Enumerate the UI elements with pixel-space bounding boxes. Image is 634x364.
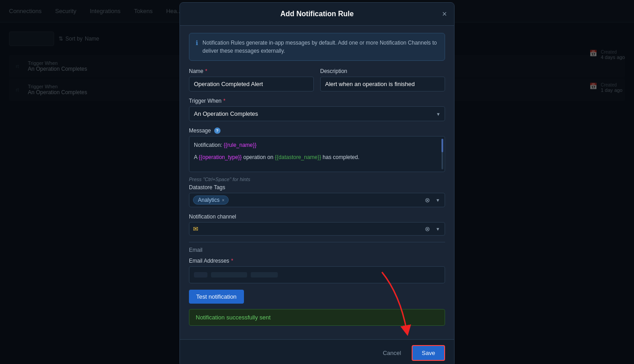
modal-header: Add Notification Rule × — [180, 3, 454, 26]
email-blob-1 — [194, 272, 207, 278]
info-banner: ℹ Notification Rules generate in-app mes… — [189, 33, 445, 61]
email-addresses-input[interactable] — [189, 266, 445, 283]
email-addresses-group: Email Addresses * — [189, 258, 445, 283]
notification-channel-label: Notification channel — [189, 214, 445, 220]
message-label: Message ? — [189, 127, 445, 134]
close-button[interactable]: × — [442, 10, 447, 18]
cancel-button[interactable]: Cancel — [377, 346, 407, 360]
success-banner: Notification successfully sent — [189, 309, 445, 326]
name-label: Name * — [189, 68, 314, 74]
message-line-2: A {{operation_type}} operation on {{data… — [194, 153, 440, 162]
scrollbar-thumb — [441, 139, 443, 152]
email-divider — [189, 242, 445, 242]
info-text: Notification Rules generate in-app messa… — [202, 39, 438, 55]
modal-footer: Cancel Save — [180, 339, 454, 364]
datastore-tags-input[interactable]: Analytics × ⊗ ▼ — [189, 193, 445, 207]
analytics-tag: Analytics × — [193, 196, 229, 205]
success-text: Notification successfully sent — [196, 314, 271, 321]
trigger-select-wrapper: An Operation Completes ▼ — [189, 106, 445, 121]
datastore-tags-group: Datastore Tags Analytics × ⊗ ▼ — [189, 184, 445, 207]
add-notification-modal: Add Notification Rule × ℹ Notification R… — [179, 2, 455, 364]
channel-dropdown-icon[interactable]: ▼ — [436, 227, 440, 232]
name-group: Name * — [189, 68, 314, 91]
name-input[interactable] — [189, 77, 314, 91]
description-label: Description — [320, 68, 445, 74]
trigger-group: Trigger When * An Operation Completes ▼ — [189, 98, 445, 121]
message-line-1: Notification: {{rule_name}} — [194, 141, 440, 150]
email-channel-icon: ✉ — [193, 225, 198, 232]
tags-clear-icon[interactable]: ⊗ — [425, 196, 430, 204]
test-notification-button[interactable]: Test notification — [189, 290, 244, 304]
analytics-tag-label: Analytics — [198, 197, 220, 203]
name-description-row: Name * Description — [189, 68, 445, 91]
message-group: Message ? Notification: {{rule_name}} A … — [189, 127, 445, 182]
email-blob-2 — [211, 272, 247, 278]
notification-channel-input[interactable]: ✉ ⊗ ▼ — [189, 222, 445, 236]
datastore-tags-label: Datastore Tags — [189, 184, 445, 191]
email-required: * — [231, 258, 233, 264]
email-blob-3 — [251, 272, 278, 278]
message-hint: Press "Ctrl+Space" for hints — [189, 177, 445, 182]
trigger-label: Trigger When * — [189, 98, 445, 104]
description-group: Description — [320, 68, 445, 91]
trigger-required: * — [223, 98, 225, 104]
save-button[interactable]: Save — [412, 345, 445, 361]
modal-body: ℹ Notification Rules generate in-app mes… — [180, 26, 454, 339]
analytics-tag-remove[interactable]: × — [222, 198, 225, 203]
message-info-icon: ? — [214, 127, 221, 134]
tags-dropdown-icon[interactable]: ▼ — [436, 198, 440, 203]
message-scrollbar — [441, 139, 443, 169]
channel-clear-icon[interactable]: ⊗ — [425, 225, 430, 232]
info-icon: ℹ — [196, 39, 198, 46]
email-section-label: Email — [189, 247, 445, 253]
message-editor[interactable]: Notification: {{rule_name}} A {{operatio… — [189, 136, 445, 172]
description-input[interactable] — [320, 77, 445, 91]
name-required: * — [205, 68, 207, 74]
notification-channel-group: Notification channel ✉ ⊗ ▼ — [189, 214, 445, 236]
trigger-select[interactable]: An Operation Completes — [189, 106, 445, 121]
modal-title: Add Notification Rule — [280, 10, 354, 18]
email-addresses-label: Email Addresses * — [189, 258, 445, 264]
